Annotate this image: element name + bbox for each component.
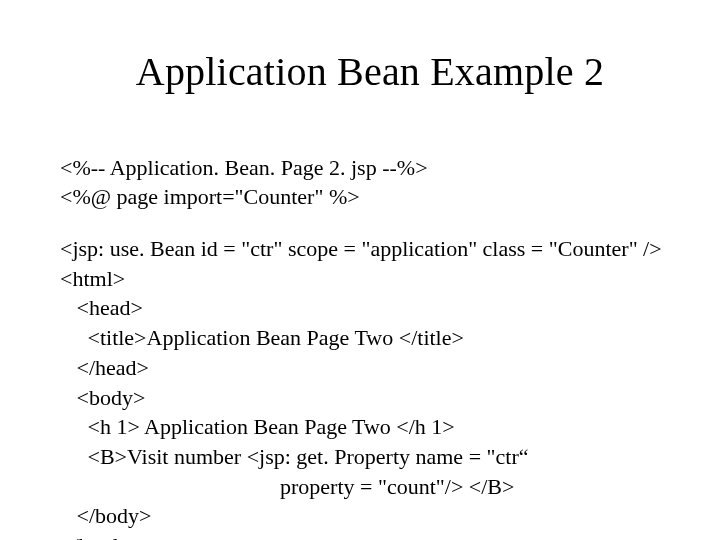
code-line: <B>Visit number <jsp: get. Property name…	[60, 444, 529, 469]
code-line: <jsp: use. Bean id = "ctr" scope = "appl…	[60, 236, 662, 261]
code-line: </body>	[60, 503, 151, 528]
code-line: property = "count"/> </B>	[60, 474, 514, 499]
code-line: <h 1> Application Bean Page Two </h 1>	[60, 414, 455, 439]
slide: Application Bean Example 2 <%-- Applicat…	[0, 0, 720, 540]
slide-title: Application Bean Example 2	[60, 48, 680, 95]
code-line: <html>	[60, 266, 125, 291]
code-line: </html>	[60, 533, 131, 540]
code-line: <body>	[60, 385, 145, 410]
code-line: <%@ page import="Counter" %>	[60, 184, 360, 209]
code-line: <title>Application Bean Page Two </title…	[60, 325, 464, 350]
code-line: </head>	[60, 355, 149, 380]
code-block: <%-- Application. Bean. Page 2. jsp --%>…	[60, 123, 680, 540]
code-line: <head>	[60, 295, 143, 320]
code-line: <%-- Application. Bean. Page 2. jsp --%>	[60, 155, 428, 180]
blank-line	[60, 212, 680, 234]
